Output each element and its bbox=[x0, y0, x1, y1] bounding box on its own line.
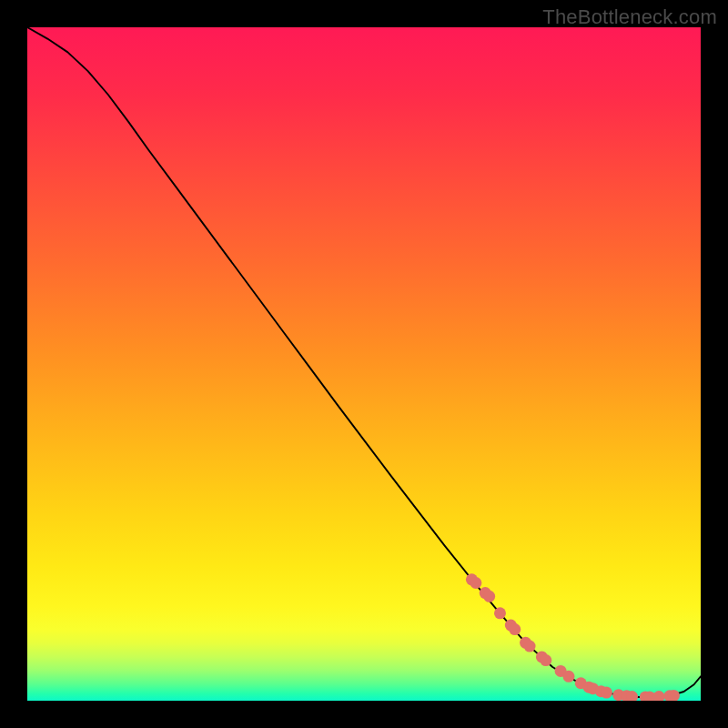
marker-dot bbox=[601, 687, 612, 699]
marker-dots bbox=[466, 573, 680, 701]
marker-dot bbox=[653, 691, 665, 701]
marker-dot bbox=[470, 577, 481, 589]
main-curve bbox=[27, 27, 701, 697]
chart-overlay bbox=[27, 27, 701, 701]
marker-dot bbox=[509, 623, 521, 635]
marker-dot bbox=[483, 591, 495, 602]
plot-area bbox=[27, 27, 701, 701]
marker-dot bbox=[494, 607, 506, 619]
marker-dot bbox=[562, 671, 574, 682]
chart-container: TheBottleneck.com bbox=[0, 0, 728, 728]
watermark-text: TheBottleneck.com bbox=[542, 5, 717, 29]
marker-dot bbox=[524, 641, 536, 652]
marker-dot bbox=[540, 654, 551, 666]
